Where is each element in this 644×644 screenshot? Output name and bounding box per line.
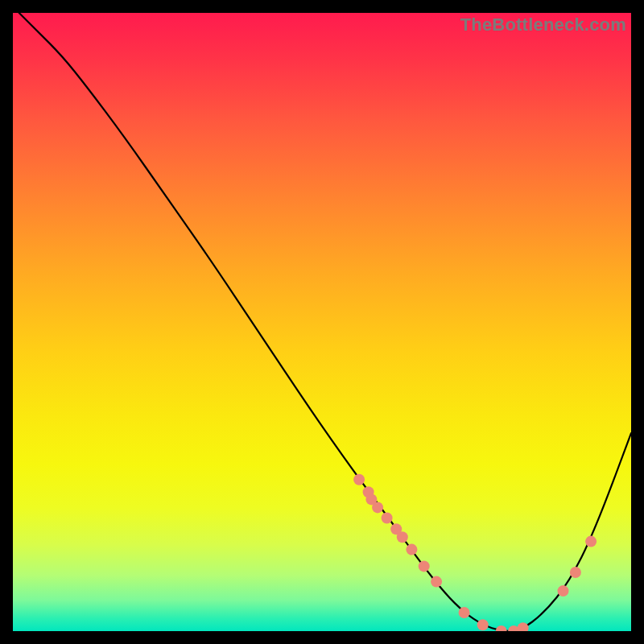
scatter-point [431,576,442,588]
scatter-point [397,531,408,543]
scatter-point [518,622,529,631]
scatter-point [382,513,393,524]
curve-line [19,13,631,631]
plot-area: TheBottleneck.com [13,13,631,631]
scatter-point [353,474,365,485]
scatter-point [406,544,417,555]
scatter-point [496,625,507,631]
scatter-point [477,619,489,630]
scatter-point [585,536,597,547]
scatter-point [372,502,383,513]
scatter-point [570,567,581,578]
scatter-markers [353,474,597,631]
scatter-point [459,607,470,618]
scatter-point [419,560,430,572]
chart-overlay [13,13,631,631]
chart-container: { "watermark": "TheBottleneck.com", "cha… [0,0,644,644]
scatter-point [558,585,569,597]
